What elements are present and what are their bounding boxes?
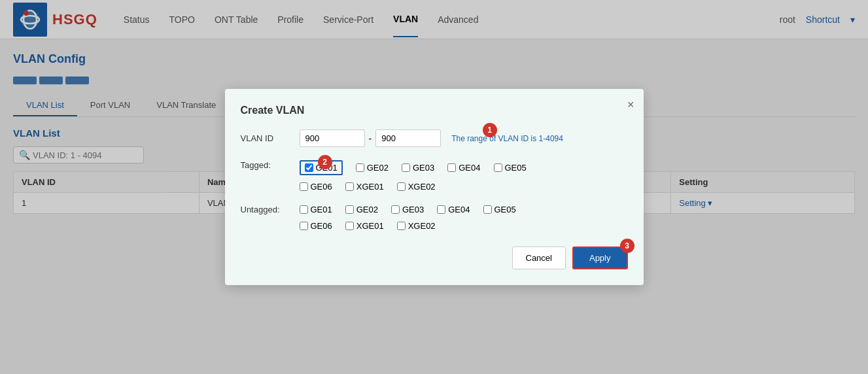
untagged-ge05-item[interactable]: GE05: [483, 205, 516, 214]
tagged-xge01-label: XGE01: [356, 182, 384, 192]
create-vlan-dialog: Create VLAN × VLAN ID - The range of VLA…: [225, 89, 644, 227]
tagged-xge01-checkbox[interactable]: [345, 182, 354, 191]
untagged-ge02-item[interactable]: GE02: [345, 205, 378, 214]
untagged-ge02-checkbox[interactable]: [345, 205, 354, 214]
tagged-ge05-item[interactable]: GE05: [494, 160, 527, 175]
tagged-xge01-item[interactable]: XGE01: [345, 182, 384, 192]
tagged-ge06-label: GE06: [311, 182, 332, 192]
untagged-xge01-item[interactable]: XGE01: [345, 221, 384, 227]
tagged-ge02-label: GE02: [367, 163, 389, 173]
tagged-ge04-item[interactable]: GE04: [447, 160, 480, 175]
tagged-ge04-checkbox[interactable]: [447, 163, 456, 172]
tagged-ports-grid: GE01 GE02 GE03 GE04 GE05: [300, 160, 628, 175]
tagged-xge02-item[interactable]: XGE02: [397, 182, 436, 192]
dialog-close-button[interactable]: ×: [627, 98, 634, 112]
untagged-ge06-label: GE06: [311, 221, 332, 227]
untagged-row: Untagged: GE01 GE02 GE03 GE04: [241, 205, 628, 227]
untagged-ge02-label: GE02: [356, 205, 378, 214]
untagged-ge01-item[interactable]: GE01: [300, 205, 332, 214]
untagged-ports-grid: GE01 GE02 GE03 GE04 GE05: [300, 205, 628, 214]
untagged-ge06-checkbox[interactable]: [300, 222, 308, 227]
tagged-ge02-item[interactable]: GE02: [356, 160, 389, 175]
overlay: Create VLAN × VLAN ID - The range of VLA…: [0, 0, 868, 227]
untagged-ge05-label: GE05: [495, 205, 516, 214]
tagged-xge02-checkbox[interactable]: [397, 182, 406, 191]
tagged-ge02-checkbox[interactable]: [356, 163, 364, 172]
vlan-id-hint: The range of VLAN ID is 1-4094: [451, 134, 563, 143]
untagged-label: Untagged:: [241, 205, 300, 214]
vlan-id-separator: -: [369, 133, 372, 144]
untagged-ge03-label: GE03: [402, 205, 424, 214]
tagged-ports-grid-2: GE06 XGE01 XGE02: [300, 182, 628, 192]
tagged-ge05-checkbox[interactable]: [494, 163, 502, 172]
tagged-ge03-checkbox[interactable]: [402, 163, 410, 172]
tagged-ge03-item[interactable]: GE03: [402, 160, 434, 175]
untagged-xge01-checkbox[interactable]: [345, 222, 354, 227]
untagged-ge04-checkbox[interactable]: [437, 205, 445, 214]
untagged-ge04-label: GE04: [448, 205, 470, 214]
untagged-xge02-item[interactable]: XGE02: [397, 221, 436, 227]
tagged-ge01-checkbox[interactable]: [305, 163, 313, 172]
untagged-ge03-checkbox[interactable]: [391, 205, 400, 214]
untagged-ge03-item[interactable]: GE03: [391, 205, 424, 214]
tagged-ge06-item[interactable]: GE06: [300, 182, 332, 192]
step-2-badge: 2: [318, 155, 332, 169]
tagged-xge02-label: XGE02: [408, 182, 436, 192]
tagged-ge03-label: GE03: [413, 163, 434, 173]
step-1-badge: 1: [483, 123, 497, 137]
untagged-ge06-item[interactable]: GE06: [300, 221, 332, 227]
untagged-ge05-checkbox[interactable]: [483, 205, 492, 214]
tagged-ports-container: GE01 GE02 GE03 GE04 GE05: [300, 160, 628, 192]
untagged-ports-grid-2: GE06 XGE01 XGE02: [300, 221, 628, 227]
untagged-xge02-label: XGE02: [408, 221, 436, 227]
untagged-ge04-item[interactable]: GE04: [437, 205, 470, 214]
vlan-id-start-input[interactable]: [300, 129, 365, 147]
tagged-ge06-checkbox[interactable]: [300, 182, 308, 191]
untagged-xge01-label: XGE01: [356, 221, 384, 227]
dialog-title: Create VLAN: [241, 105, 628, 116]
tagged-ge04-label: GE04: [459, 163, 480, 173]
tagged-ge05-label: GE05: [505, 163, 527, 173]
vlan-id-end-input[interactable]: [375, 129, 441, 147]
untagged-ge01-checkbox[interactable]: [300, 205, 308, 214]
vlan-id-label: VLAN ID: [241, 133, 300, 143]
tagged-label: Tagged:: [241, 160, 300, 170]
untagged-ports-container: GE01 GE02 GE03 GE04 GE05: [300, 205, 628, 227]
vlan-id-row: VLAN ID - The range of VLAN ID is 1-4094…: [241, 129, 628, 147]
vlan-id-inputs: - The range of VLAN ID is 1-4094: [300, 129, 563, 147]
untagged-xge02-checkbox[interactable]: [397, 222, 406, 227]
untagged-ge01-label: GE01: [311, 205, 332, 214]
tagged-row: Tagged: GE01 GE02 GE03 GE04: [241, 160, 628, 192]
